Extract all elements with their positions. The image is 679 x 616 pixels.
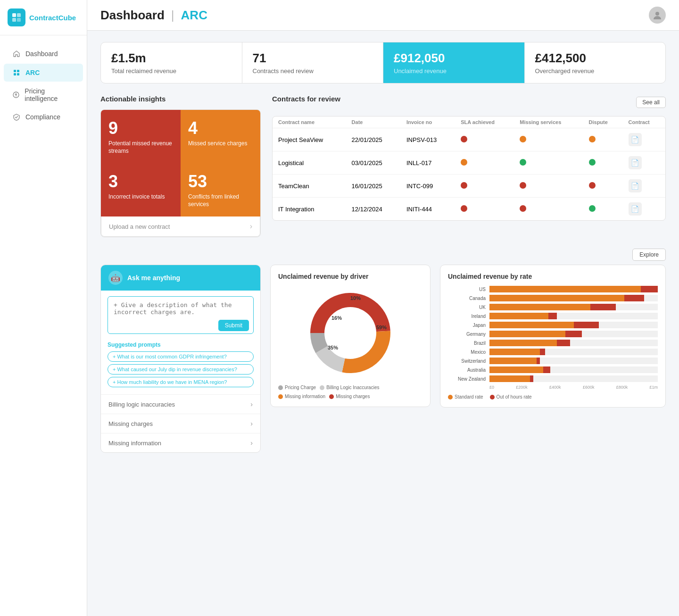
sidebar-label-arc: ARC — [25, 69, 40, 76]
contract-sla — [455, 175, 514, 198]
sidebar-item-pricing[interactable]: Pricing intelligence — [4, 83, 83, 107]
bar-label: UK — [448, 305, 486, 310]
bar-track — [489, 304, 658, 310]
col-missing: Missing services — [514, 117, 583, 128]
pricing-icon — [12, 91, 20, 99]
legend-missing-charges: Missing charges — [329, 394, 370, 399]
bar-chart-rows: US Canada UK Ireland Japan Germany — [448, 286, 658, 382]
contract-date: 22/01/2025 — [346, 128, 401, 151]
kpi-unclaimed-label: Unclaimed revenue — [394, 67, 514, 75]
sidebar-label-compliance: Compliance — [25, 113, 60, 121]
insight-list-item-0[interactable]: Billing logic inaccuracies › — [101, 395, 260, 414]
col-dispute: Dispute — [583, 117, 623, 128]
bar-row: Mexico — [448, 349, 658, 355]
legend-missing-info: Missing information — [278, 394, 325, 399]
bar-label: Ireland — [448, 314, 486, 319]
header-divider: | — [171, 8, 174, 23]
insight-list-item-2[interactable]: Missing information › — [101, 433, 260, 452]
insight-card-conflicts[interactable]: 53 Conflicts from linked services — [181, 163, 260, 216]
bar-orange — [489, 286, 641, 292]
kpi-reclaimed: £1.5m Total reclaimed revenue — [101, 42, 242, 83]
bar-label: Switzerland — [448, 358, 486, 364]
donut-svg: 59% 35% 16% 10% — [303, 286, 397, 380]
bar-label: Australia — [448, 367, 486, 373]
prompt-chip-1[interactable]: + What caused our July dip in revenue di… — [108, 364, 254, 375]
contract-date: 16/01/2025 — [346, 175, 401, 198]
chat-submit-button[interactable]: Submit — [218, 320, 249, 331]
kpi-overcharged-value: £412,500 — [535, 51, 655, 66]
kpi-contracts-label: Contracts need review — [253, 67, 373, 75]
kpi-overcharged: £412,500 Overcharged revenue — [525, 42, 666, 83]
bar-label: Brazil — [448, 341, 486, 346]
contract-doc[interactable]: 📄 — [623, 175, 665, 198]
chat-input-wrapper: Submit — [108, 296, 254, 336]
bar-row: Japan — [448, 322, 658, 328]
insight-card-incorrect-invoice[interactable]: 3 Incorrect invoice totals — [101, 163, 181, 216]
prompt-chip-0[interactable]: + What is our most common GDPR infringem… — [108, 351, 254, 362]
bar-orange — [489, 304, 590, 310]
insights-grid: 9 Potential missed revenue streams 4 Mis… — [101, 110, 260, 216]
doc-icon[interactable]: 📄 — [629, 133, 642, 146]
doc-icon[interactable]: 📄 — [629, 156, 642, 169]
svg-point-9 — [655, 12, 659, 16]
bar-orange — [489, 349, 540, 355]
kpi-contracts: 71 Contracts need review — [242, 42, 384, 83]
table-row: Logistical 03/01/2025 INLL-017 📄 — [273, 151, 665, 175]
chat-header-label: Ask me anything — [127, 274, 180, 282]
svg-rect-1 — [17, 13, 21, 17]
table-row: Project SeaView 22/01/2025 INPSV-013 📄 — [273, 128, 665, 151]
upload-bar[interactable]: Upload a new contract › — [101, 216, 260, 237]
insight-list-item-1[interactable]: Missing charges › — [101, 414, 260, 433]
logo-text: ContractCube — [29, 14, 76, 22]
insight-card-missed-service[interactable]: 4 Missed service charges — [181, 110, 260, 163]
chevron-right-icon-0: › — [250, 400, 253, 408]
kpi-reclaimed-value: £1.5m — [111, 51, 232, 66]
bar-label: Canada — [448, 296, 486, 301]
bar-orange — [489, 358, 537, 364]
legend-dot-standard — [448, 395, 453, 400]
content-area: £1.5m Total reclaimed revenue 71 Contrac… — [87, 31, 679, 616]
contracts-table-wrapper: Contract name Date Invoice no SLA achiev… — [272, 116, 666, 221]
legend-dot-pricing — [278, 385, 283, 390]
col-date: Date — [346, 117, 401, 128]
logo-icon — [8, 8, 25, 26]
legend-pricing: Pricing Charge — [278, 385, 316, 390]
bar-row: Germany — [448, 331, 658, 337]
insight-label-incorrect-invoice: Incorrect invoice totals — [108, 193, 173, 201]
contract-invoice: INPSV-013 — [401, 128, 455, 151]
svg-text:35%: 35% — [328, 345, 338, 350]
bar-row: Ireland — [448, 313, 658, 319]
bar-track — [489, 295, 658, 301]
col-invoice: Invoice no — [401, 117, 455, 128]
contract-date: 12/12/2024 — [346, 198, 401, 221]
bar-orange — [489, 375, 530, 382]
contract-dispute — [583, 151, 623, 175]
contract-invoice: INTC-099 — [401, 175, 455, 198]
svg-rect-2 — [12, 18, 16, 22]
bar-label: Germany — [448, 332, 486, 337]
prompt-chip-2[interactable]: + How much liability do we have in MENA … — [108, 377, 254, 387]
chevron-right-icon-1: › — [250, 420, 253, 427]
see-all-button[interactable]: See all — [636, 97, 666, 108]
home-icon — [12, 50, 21, 58]
insight-card-missed-revenue[interactable]: 9 Potential missed revenue streams — [101, 110, 181, 163]
main-content: Dashboard | ARC £1.5m Total reclaimed re… — [87, 0, 679, 616]
contract-doc[interactable]: 📄 — [623, 151, 665, 175]
contract-sla — [455, 128, 514, 151]
svg-text:59%: 59% — [376, 325, 387, 330]
doc-icon[interactable]: 📄 — [629, 202, 642, 216]
user-avatar[interactable] — [649, 7, 666, 24]
insights-section: Actionable insights 9 Potential missed r… — [100, 95, 261, 237]
explore-button[interactable]: Explore — [632, 249, 666, 261]
header-title: Dashboard | ARC — [100, 8, 207, 23]
donut-section: Unclaimed revenue by driver — [270, 265, 431, 453]
doc-icon[interactable]: 📄 — [629, 179, 642, 192]
svg-rect-5 — [17, 70, 19, 72]
contract-doc[interactable]: 📄 — [623, 128, 665, 151]
sidebar-item-arc[interactable]: ARC — [4, 64, 83, 82]
insight-list-label-1: Missing charges — [108, 420, 153, 427]
contract-doc[interactable]: 📄 — [623, 198, 665, 221]
contracts-table: Contract name Date Invoice no SLA achiev… — [273, 117, 665, 220]
sidebar-item-compliance[interactable]: Compliance — [4, 108, 83, 126]
sidebar-item-dashboard[interactable]: Dashboard — [4, 45, 83, 63]
